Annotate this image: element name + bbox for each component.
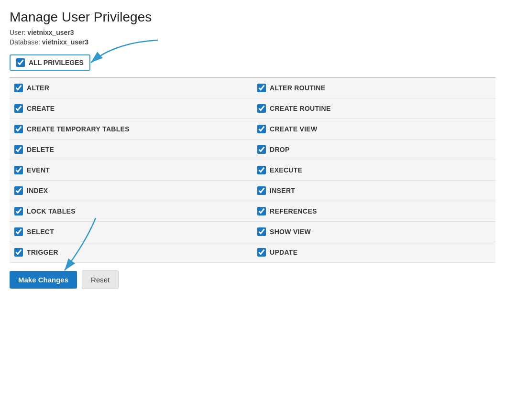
checkbox-delete[interactable] [14,145,23,154]
checkbox-index[interactable] [14,186,23,195]
all-privileges-container: ALL PRIVILEGES [10,54,90,71]
make-changes-button[interactable]: Make Changes [10,271,77,289]
table-row: DELETE DROP [10,140,495,160]
privilege-cell-right: EXECUTE [257,166,491,174]
privilege-cell-left: CREATE [14,104,248,113]
privilege-label-left: TRIGGER [27,248,58,256]
checkbox-trigger[interactable] [14,248,23,257]
privileges-table: ALTER ALTER ROUTINE CREATE CREATE ROUTIN… [10,78,495,263]
table-row: CREATE TEMPORARY TABLES CREATE VIEW [10,119,495,140]
checkbox-references[interactable] [257,207,266,215]
table-row: ALTER ALTER ROUTINE [10,78,495,98]
privilege-cell-left: ALTER [14,84,248,92]
table-row: LOCK TABLES REFERENCES [10,201,495,222]
privilege-cell-right: INSERT [257,186,491,195]
privilege-cell-right: UPDATE [257,248,491,257]
privilege-cell-left: TRIGGER [14,248,248,257]
user-value: vietnixx_user3 [27,29,74,36]
privilege-label-right: UPDATE [270,248,297,256]
privilege-cell-left: SELECT [14,227,248,236]
checkbox-execute[interactable] [257,166,266,174]
privilege-label-left: CREATE TEMPORARY TABLES [27,125,130,133]
checkbox-create-temporary-tables[interactable] [14,125,23,133]
checkbox-create-view[interactable] [257,125,266,133]
privilege-cell-left: EVENT [14,166,248,174]
privilege-cell-left: CREATE TEMPORARY TABLES [14,125,248,133]
privilege-label-right: REFERENCES [270,207,317,215]
privilege-label-left: EVENT [27,166,50,174]
privilege-label-right: ALTER ROUTINE [270,84,325,92]
checkbox-update[interactable] [257,248,266,257]
privilege-label-right: DROP [270,146,290,153]
privilege-label-right: SHOW VIEW [270,228,311,236]
privilege-label-right: CREATE ROUTINE [270,105,331,112]
privilege-cell-right: DROP [257,145,491,154]
privilege-label-right: CREATE VIEW [270,125,318,133]
user-info: User: vietnixx_user3 [10,29,495,36]
checkbox-alter[interactable] [14,84,23,92]
privilege-cell-left: INDEX [14,186,248,195]
checkbox-drop[interactable] [257,145,266,154]
checkbox-select[interactable] [14,227,23,236]
table-row: INDEX INSERT [10,181,495,201]
table-row: CREATE CREATE ROUTINE [10,98,495,119]
privilege-label-right: EXECUTE [270,166,302,174]
privilege-label-left: CREATE [27,105,55,112]
privilege-cell-right: CREATE ROUTINE [257,104,491,113]
all-privileges-text: ALL PRIVILEGES [29,59,84,66]
privilege-cell-right: REFERENCES [257,207,491,215]
privilege-cell-right: CREATE VIEW [257,125,491,133]
table-row: SELECT SHOW VIEW [10,222,495,242]
database-label: Database: [10,38,40,46]
all-privileges-checkbox[interactable] [16,58,25,67]
all-privileges-label[interactable]: ALL PRIVILEGES [10,54,90,71]
privilege-label-left: INDEX [27,187,48,194]
checkbox-create-routine[interactable] [257,104,266,113]
user-label: User: [10,29,25,36]
privilege-label-right: INSERT [270,187,295,194]
database-value: vietnixx_user3 [42,38,88,46]
checkbox-event[interactable] [14,166,23,174]
checkbox-alter-routine[interactable] [257,84,266,92]
page-title: Manage User Privileges [10,10,495,25]
checkbox-lock-tables[interactable] [14,207,23,215]
privilege-cell-left: DELETE [14,145,248,154]
privilege-cell-right: ALTER ROUTINE [257,84,491,92]
table-row: EVENT EXECUTE [10,160,495,181]
actions-row: Make Changes Reset [10,270,495,289]
reset-button[interactable]: Reset [82,270,119,289]
privilege-cell-left: LOCK TABLES [14,207,248,215]
table-row: TRIGGER UPDATE [10,242,495,263]
privilege-label-left: LOCK TABLES [27,207,76,215]
checkbox-create[interactable] [14,104,23,113]
database-info: Database: vietnixx_user3 [10,38,495,46]
privilege-label-left: DELETE [27,146,54,153]
checkbox-show-view[interactable] [257,227,266,236]
privilege-label-left: SELECT [27,228,54,236]
privilege-cell-right: SHOW VIEW [257,227,491,236]
checkbox-insert[interactable] [257,186,266,195]
privilege-label-left: ALTER [27,84,49,92]
